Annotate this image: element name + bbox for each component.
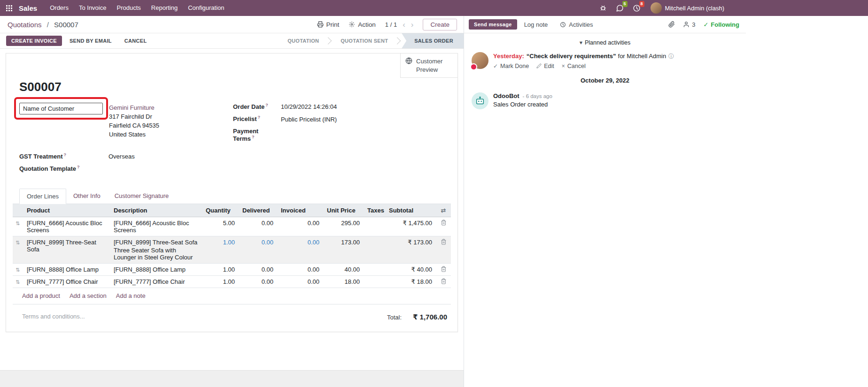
- line-invoiced[interactable]: 0.00: [277, 275, 323, 288]
- create-button[interactable]: Create: [423, 19, 457, 30]
- line-subtotal: ₹ 40.00: [385, 263, 436, 275]
- pager-next-icon[interactable]: ›: [411, 21, 414, 29]
- product-column-header[interactable]: Product: [23, 204, 110, 217]
- attachments-button[interactable]: [668, 21, 675, 28]
- info-icon[interactable]: ⓘ: [668, 53, 674, 60]
- mark-done-button[interactable]: ✓Mark Done: [493, 63, 529, 69]
- gst-treatment-label: GST Treatment?: [19, 152, 108, 160]
- send-message-button[interactable]: Send message: [469, 19, 517, 30]
- drag-handle-icon[interactable]: ⇅: [16, 279, 20, 285]
- delete-line-icon[interactable]: [441, 266, 447, 272]
- line-quantity[interactable]: 5.00: [202, 217, 239, 236]
- message-author[interactable]: OdooBot: [493, 92, 519, 99]
- customer-name-input[interactable]: [19, 103, 103, 114]
- drag-handle-icon[interactable]: ⇅: [16, 267, 20, 273]
- add-note-link[interactable]: Add a note: [116, 292, 146, 299]
- drag-handle-icon[interactable]: ⇅: [16, 220, 20, 226]
- planned-activities-toggle[interactable]: ▾Planned activities: [472, 39, 738, 46]
- line-invoiced[interactable]: 0.00: [277, 217, 323, 236]
- app-name[interactable]: Sales: [19, 4, 37, 12]
- followers-button[interactable]: 3: [683, 21, 695, 28]
- user-menu[interactable]: Mitchell Admin (clash): [646, 0, 729, 16]
- line-product[interactable]: [FURN_8888] Office Lamp: [23, 263, 110, 275]
- breadcrumb-quotations[interactable]: Quotations: [8, 21, 42, 29]
- line-quantity[interactable]: 1.00: [202, 236, 239, 263]
- pager-previous-icon[interactable]: ‹: [403, 21, 405, 29]
- description-column-header[interactable]: Description: [110, 204, 202, 217]
- line-delivered[interactable]: 0.00: [239, 217, 277, 236]
- line-unit-price[interactable]: 295.00: [323, 217, 364, 236]
- line-taxes[interactable]: [364, 263, 385, 275]
- line-description[interactable]: [FURN_7777] Office Chair: [110, 275, 202, 288]
- tab-other-info[interactable]: Other Info: [66, 189, 108, 204]
- delete-line-icon[interactable]: [441, 239, 447, 245]
- messages-icon[interactable]: 5: [612, 0, 628, 16]
- action-button[interactable]: Action: [349, 21, 376, 28]
- order-line-row[interactable]: ⇅ [FURN_8999] Three-Seat Sofa [FURN_8999…: [13, 236, 451, 263]
- line-description[interactable]: [FURN_8888] Office Lamp: [110, 263, 202, 275]
- delete-line-icon[interactable]: [441, 278, 447, 284]
- line-delivered[interactable]: 0.00: [239, 236, 277, 263]
- order-line-row[interactable]: ⇅ [FURN_7777] Office Chair [FURN_7777] O…: [13, 275, 451, 288]
- line-subtotal: ₹ 173.00: [385, 236, 436, 263]
- line-unit-price[interactable]: 40.00: [323, 263, 364, 275]
- line-description[interactable]: [FURN_6666] Acoustic Bloc Screens: [110, 217, 202, 236]
- line-taxes[interactable]: [364, 217, 385, 236]
- unit-price-column-header[interactable]: Unit Price: [323, 204, 364, 217]
- following-button[interactable]: ✓ Following: [703, 21, 739, 28]
- line-unit-price[interactable]: 18.00: [323, 275, 364, 288]
- invoiced-column-header[interactable]: Invoiced: [277, 204, 323, 217]
- subtotal-column-header[interactable]: Subtotal: [385, 204, 436, 217]
- tab-customer-signature[interactable]: Customer Signature: [108, 189, 176, 204]
- line-delivered[interactable]: 0.00: [239, 275, 277, 288]
- line-taxes[interactable]: [364, 236, 385, 263]
- menu-orders[interactable]: Orders: [45, 0, 74, 16]
- order-date-value[interactable]: 10/29/2022 14:26:04: [281, 103, 337, 110]
- line-quantity[interactable]: 1.00: [202, 275, 239, 288]
- line-unit-price[interactable]: 173.00: [323, 236, 364, 263]
- menu-products[interactable]: Products: [111, 0, 146, 16]
- line-product[interactable]: [FURN_6666] Acoustic Bloc Screens: [23, 217, 110, 236]
- log-note-button[interactable]: Log note: [519, 19, 553, 30]
- activities-clock-icon[interactable]: 8: [629, 0, 645, 16]
- drag-handle-icon[interactable]: ⇅: [16, 240, 20, 245]
- activities-button[interactable]: Activities: [555, 19, 598, 30]
- line-description[interactable]: [FURN_8999] Three-Seat Sofa Three Seater…: [110, 236, 202, 263]
- add-section-link[interactable]: Add a section: [70, 292, 107, 299]
- order-line-row[interactable]: ⇅ [FURN_6666] Acoustic Bloc Screens [FUR…: [13, 217, 451, 236]
- line-delivered[interactable]: 0.00: [239, 263, 277, 275]
- status-step-quotation[interactable]: QUOTATION: [279, 33, 327, 48]
- status-step-sales-order[interactable]: SALES ORDER: [402, 33, 464, 48]
- line-invoiced[interactable]: 0.00: [277, 236, 323, 263]
- quantity-column-header[interactable]: Quantity: [202, 204, 239, 217]
- order-line-row[interactable]: ⇅ [FURN_8888] Office Lamp [FURN_8888] Of…: [13, 263, 451, 275]
- edit-activity-button[interactable]: Edit: [536, 63, 554, 69]
- optional-columns-icon[interactable]: ⇄: [441, 207, 446, 214]
- line-product[interactable]: [FURN_7777] Office Chair: [23, 275, 110, 288]
- terms-and-conditions-field[interactable]: Terms and conditions...: [22, 313, 85, 320]
- gst-treatment-value[interactable]: Overseas: [108, 153, 135, 160]
- menu-configuration[interactable]: Configuration: [183, 0, 229, 16]
- add-product-link[interactable]: Add a product: [22, 292, 60, 299]
- taxes-column-header[interactable]: Taxes: [364, 204, 385, 217]
- status-step-quotation-sent[interactable]: QUOTATION SENT: [333, 33, 396, 48]
- apps-menu-button[interactable]: [0, 0, 18, 16]
- line-taxes[interactable]: [364, 275, 385, 288]
- bug-icon[interactable]: [595, 0, 611, 16]
- pricelist-value[interactable]: Public Pricelist (INR): [281, 116, 337, 123]
- print-button[interactable]: Print: [317, 21, 340, 28]
- create-invoice-button[interactable]: CREATE INVOICE: [6, 36, 62, 46]
- partner-link[interactable]: Gemini Furniture: [109, 104, 159, 112]
- delete-line-icon[interactable]: [441, 220, 447, 226]
- cancel-activity-button[interactable]: ×Cancel: [562, 63, 586, 69]
- customer-preview-button[interactable]: Customer Preview: [400, 53, 457, 78]
- line-invoiced[interactable]: 0.00: [277, 263, 323, 275]
- menu-reporting[interactable]: Reporting: [146, 0, 183, 16]
- tab-order-lines[interactable]: Order Lines: [19, 189, 66, 204]
- cancel-button[interactable]: CANCEL: [119, 36, 152, 46]
- menu-to-invoice[interactable]: To Invoice: [74, 0, 112, 16]
- send-by-email-button[interactable]: SEND BY EMAIL: [64, 36, 117, 46]
- line-quantity[interactable]: 1.00: [202, 263, 239, 275]
- line-product[interactable]: [FURN_8999] Three-Seat Sofa: [23, 236, 110, 263]
- delivered-column-header[interactable]: Delivered: [239, 204, 277, 217]
